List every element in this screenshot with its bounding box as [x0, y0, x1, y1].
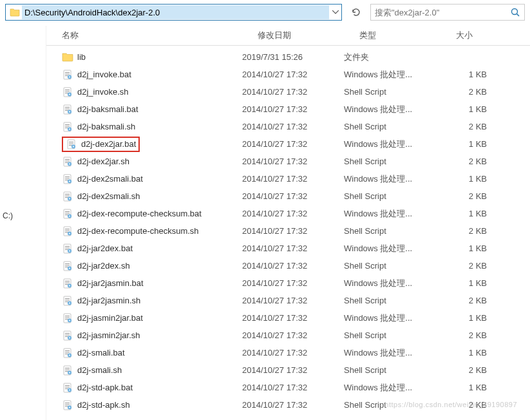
file-name-cell: d2j-jar2jasmin.sh — [62, 295, 242, 307]
file-size-cell: 1 KB — [440, 104, 492, 114]
address-input[interactable] — [22, 5, 329, 19]
svg-rect-74 — [65, 317, 70, 318]
search-icon[interactable] — [506, 5, 524, 20]
table-row[interactable]: d2j-dex2smali.bat2014/10/27 17:32Windows… — [46, 170, 530, 187]
file-date-cell: 2014/10/27 17:32 — [242, 400, 344, 410]
table-row[interactable]: d2j-dex-recompute-checksum.bat2014/10/27… — [46, 205, 530, 222]
table-row[interactable]: lib2019/7/31 15:26文件夹 — [46, 48, 530, 66]
file-date-cell: 2014/10/27 17:32 — [242, 243, 344, 253]
file-date-cell: 2014/10/27 17:32 — [242, 174, 344, 184]
svg-rect-40 — [65, 197, 68, 198]
svg-rect-85 — [65, 354, 68, 354]
file-size-cell: 1 KB — [440, 139, 492, 149]
address-dropdown-icon[interactable] — [330, 5, 341, 20]
file-icon — [66, 138, 77, 150]
file-date-cell: 2014/10/27 17:32 — [242, 122, 344, 131]
svg-rect-18 — [65, 124, 70, 125]
table-row[interactable]: d2j-jar2jasmin.bat2014/10/27 17:32Window… — [46, 274, 530, 292]
svg-rect-29 — [65, 160, 70, 161]
svg-rect-50 — [65, 232, 68, 233]
file-icon — [62, 312, 73, 324]
file-name-cell: d2j-dex2smali.sh — [62, 191, 242, 202]
file-size-cell: 1 KB — [440, 243, 492, 253]
file-name-cell: lib — [62, 52, 242, 63]
file-icon — [62, 365, 73, 376]
column-header-name[interactable]: 名称 — [62, 30, 258, 41]
table-row[interactable]: d2j-jasmin2jar.bat2014/10/27 17:32Window… — [46, 309, 530, 327]
file-date-cell: 2014/10/27 17:32 — [242, 87, 344, 97]
svg-rect-100 — [65, 406, 68, 406]
file-name-cell: d2j_invoke.bat — [62, 69, 242, 81]
file-size-cell: 2 KB — [440, 191, 492, 201]
table-row[interactable]: d2j-baksmali.bat2014/10/27 17:32Windows … — [46, 100, 530, 118]
file-date-cell: 2014/10/27 17:32 — [242, 383, 344, 392]
refresh-button[interactable] — [347, 4, 365, 21]
table-row[interactable]: d2j-jar2dex.sh2014/10/27 17:32Shell Scri… — [46, 257, 530, 274]
file-name-label: d2j_invoke.sh — [77, 87, 129, 97]
table-row[interactable]: d2j-baksmali.sh2014/10/27 17:32Shell Scr… — [46, 118, 530, 135]
file-type-cell: Shell Script — [344, 87, 440, 97]
file-name-label: d2j-jasmin2jar.bat — [77, 313, 143, 323]
table-row[interactable]: d2j-jar2jasmin.sh2014/10/27 17:32Shell S… — [46, 292, 530, 309]
table-row[interactable]: d2j-dex2smali.sh2014/10/27 17:32Shell Sc… — [46, 187, 530, 205]
table-row[interactable]: d2j-smali.sh2014/10/27 17:32Shell Script… — [46, 361, 530, 379]
svg-rect-3 — [65, 72, 70, 73]
table-row[interactable]: d2j-dex2jar.sh2014/10/27 17:32Shell Scri… — [46, 153, 530, 170]
highlight-box: d2j-dex2jar.bat — [62, 137, 140, 152]
sidebar: C:) — [0, 26, 46, 420]
svg-rect-68 — [65, 298, 70, 299]
address-bar[interactable] — [5, 4, 342, 21]
svg-rect-20 — [65, 128, 68, 128]
file-icon — [62, 104, 73, 115]
table-row[interactable]: d2j-std-apk.bat2014/10/27 17:32Windows 批… — [46, 379, 530, 396]
file-icon — [62, 399, 73, 411]
file-name-label: d2j-baksmali.sh — [77, 122, 135, 131]
file-size-cell: 2 KB — [440, 122, 492, 131]
table-row[interactable]: d2j-smali.bat2014/10/27 17:32Windows 批处理… — [46, 344, 530, 361]
column-header-date[interactable]: 修改日期 — [258, 30, 359, 41]
file-icon — [62, 243, 73, 254]
file-name-label: lib — [77, 52, 86, 62]
file-type-cell: Shell Script — [344, 122, 440, 131]
file-date-cell: 2014/10/27 17:32 — [242, 139, 344, 149]
svg-rect-75 — [65, 319, 68, 320]
svg-rect-80 — [65, 336, 68, 337]
column-header-size[interactable]: 大小 — [456, 30, 520, 41]
svg-rect-44 — [65, 213, 70, 213]
sidebar-item-drive-c[interactable]: C:) — [0, 209, 46, 223]
table-row[interactable]: d2j_invoke.bat2014/10/27 17:32Windows 批处… — [46, 66, 530, 83]
svg-rect-43 — [65, 211, 70, 212]
file-name-cell: d2j-smali.bat — [62, 347, 242, 359]
table-row[interactable]: d2j-dex-recompute-checksum.sh2014/10/27 … — [46, 222, 530, 240]
svg-rect-89 — [65, 369, 70, 370]
column-header-type[interactable]: 类型 — [359, 30, 456, 41]
svg-rect-99 — [65, 404, 70, 405]
search-input[interactable] — [371, 6, 506, 19]
file-icon — [62, 295, 73, 307]
rows-container: lib2019/7/31 15:26文件夹d2j_invoke.bat2014/… — [46, 46, 530, 414]
svg-rect-93 — [65, 385, 70, 386]
svg-rect-28 — [65, 159, 70, 160]
file-name-cell: d2j-jar2jasmin.bat — [62, 278, 242, 289]
svg-rect-15 — [65, 110, 68, 111]
search-box[interactable] — [370, 4, 525, 21]
file-size-cell: 1 KB — [440, 348, 492, 358]
table-row[interactable]: d2j_invoke.sh2014/10/27 17:32Shell Scrip… — [46, 83, 530, 100]
file-date-cell: 2014/10/27 17:32 — [242, 104, 344, 114]
table-row[interactable]: d2j-jar2dex.bat2014/10/27 17:32Windows 批… — [46, 240, 530, 257]
file-date-cell: 2014/10/27 17:32 — [242, 209, 344, 218]
table-row[interactable]: d2j-dex2jar.bat2014/10/27 17:32Windows 批… — [46, 135, 530, 153]
file-type-cell: Windows 批处理... — [344, 312, 440, 324]
svg-rect-83 — [65, 350, 70, 351]
file-size-cell: 1 KB — [440, 174, 492, 184]
file-name-label: d2j-jar2jasmin.sh — [77, 296, 140, 305]
table-row[interactable]: d2j-jasmin2jar.sh2014/10/27 17:32Shell S… — [46, 327, 530, 344]
folder-icon — [8, 6, 21, 19]
file-name-cell: d2j-baksmali.bat — [62, 104, 242, 115]
svg-rect-9 — [65, 91, 70, 91]
svg-rect-48 — [65, 229, 70, 229]
file-name-cell: d2j-jar2dex.sh — [62, 260, 242, 272]
file-size-cell: 1 KB — [440, 209, 492, 218]
file-type-cell: Windows 批处理... — [344, 69, 440, 81]
table-row[interactable]: d2j-std-apk.sh2014/10/27 17:32Shell Scri… — [46, 396, 530, 414]
